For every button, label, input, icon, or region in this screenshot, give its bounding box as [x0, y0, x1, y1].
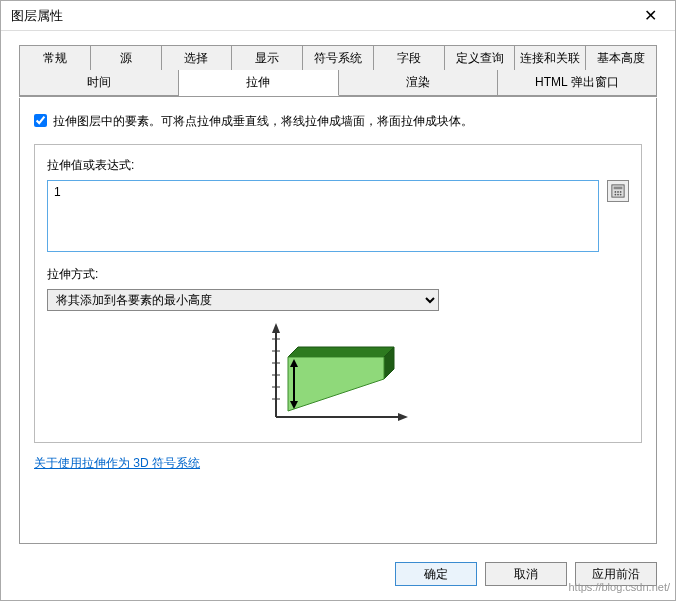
svg-point-3 [617, 191, 619, 193]
tab-time[interactable]: 时间 [19, 70, 179, 96]
tabs-row-2: 时间 拉伸 渲染 HTML 弹出窗口 [19, 70, 657, 97]
content-area: 常规 源 选择 显示 符号系统 字段 定义查询 连接和关联 基本高度 时间 拉伸… [1, 31, 675, 552]
svg-point-4 [620, 191, 622, 193]
dialog-window: 图层属性 ✕ 常规 源 选择 显示 符号系统 字段 定义查询 连接和关联 基本高… [0, 0, 676, 601]
tab-source[interactable]: 源 [91, 45, 162, 71]
tab-baseheight[interactable]: 基本高度 [586, 45, 657, 71]
expression-label: 拉伸值或表达式: [47, 157, 629, 174]
tab-rendering[interactable]: 渲染 [339, 70, 498, 96]
svg-point-5 [615, 194, 617, 196]
extrusion-diagram-icon [264, 321, 412, 427]
help-link[interactable]: 关于使用拉伸作为 3D 符号系统 [34, 455, 200, 472]
tab-display[interactable]: 显示 [232, 45, 303, 71]
extrusion-illustration [47, 321, 629, 430]
close-icon[interactable]: ✕ [636, 6, 665, 25]
window-title: 图层属性 [11, 7, 63, 25]
extrusion-fieldset: 拉伸值或表达式: 拉伸方式: 将其添加到各要 [34, 144, 642, 443]
expression-row [47, 180, 629, 252]
expression-input[interactable] [47, 180, 599, 252]
tab-fields[interactable]: 字段 [374, 45, 445, 71]
tab-extrusion[interactable]: 拉伸 [179, 70, 338, 96]
method-label: 拉伸方式: [47, 266, 629, 283]
tab-selection[interactable]: 选择 [162, 45, 233, 71]
tab-general[interactable]: 常规 [19, 45, 91, 71]
tab-symbology[interactable]: 符号系统 [303, 45, 374, 71]
method-select-row: 将其添加到各要素的最小高度 [47, 289, 629, 311]
extrude-checkbox-label: 拉伸图层中的要素。可将点拉伸成垂直线，将线拉伸成墙面，将面拉伸成块体。 [53, 112, 473, 130]
extrude-checkbox[interactable] [34, 114, 47, 127]
ok-button[interactable]: 确定 [395, 562, 477, 586]
svg-point-2 [615, 191, 617, 193]
watermark-text: https://blog.csdn.net/ [568, 581, 670, 593]
tabs-row-1: 常规 源 选择 显示 符号系统 字段 定义查询 连接和关联 基本高度 [19, 45, 657, 71]
svg-marker-11 [398, 413, 408, 421]
svg-marker-9 [272, 323, 280, 333]
titlebar: 图层属性 ✕ [1, 1, 675, 31]
svg-point-7 [620, 194, 622, 196]
svg-marker-18 [288, 347, 394, 357]
calculator-icon [611, 184, 625, 198]
extrusion-panel: 拉伸图层中的要素。可将点拉伸成垂直线，将线拉伸成墙面，将面拉伸成块体。 拉伸值或… [19, 98, 657, 544]
svg-marker-20 [288, 357, 384, 411]
svg-point-6 [617, 194, 619, 196]
tab-htmlpopup[interactable]: HTML 弹出窗口 [498, 70, 657, 96]
method-select[interactable]: 将其添加到各要素的最小高度 [47, 289, 439, 311]
extrude-checkbox-row: 拉伸图层中的要素。可将点拉伸成垂直线，将线拉伸成墙面，将面拉伸成块体。 [34, 112, 642, 130]
cancel-button[interactable]: 取消 [485, 562, 567, 586]
tab-joins[interactable]: 连接和关联 [515, 45, 586, 71]
tab-defquery[interactable]: 定义查询 [445, 45, 516, 71]
expression-builder-button[interactable] [607, 180, 629, 202]
svg-rect-1 [614, 187, 623, 190]
